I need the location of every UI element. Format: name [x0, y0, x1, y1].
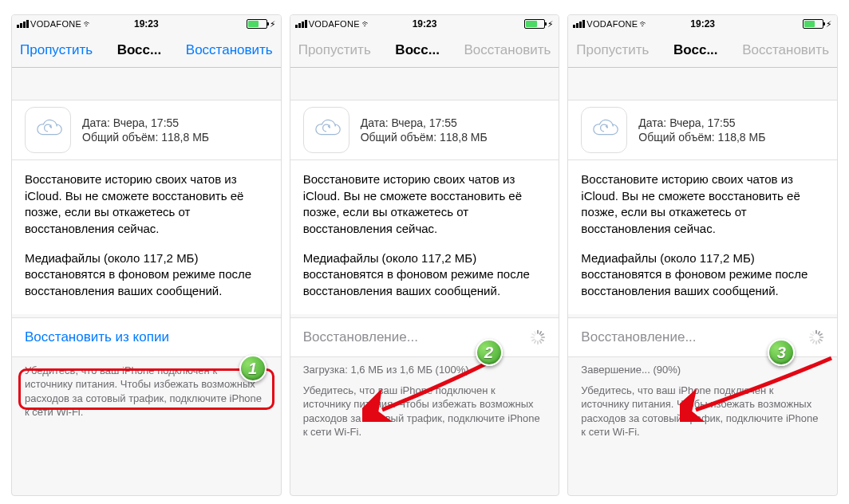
nav-bar: Пропустить Восс... Восстановить: [12, 33, 281, 68]
svg-line-10: [532, 334, 535, 336]
wifi-icon: ᯤ: [639, 18, 649, 30]
nav-title: Восс...: [93, 42, 186, 58]
signal-icon: [17, 20, 29, 28]
phone-screen-3: VODAFONE ᯤ 19:23 ⚡︎ Пропустить Восс... В…: [567, 14, 838, 496]
skip-button: Пропустить: [576, 42, 649, 58]
spinner-icon: [530, 329, 546, 345]
charging-icon: ⚡︎: [547, 19, 554, 30]
svg-line-5: [540, 341, 542, 343]
status-bar: VODAFONE ᯤ 19:23 ⚡︎: [290, 15, 559, 33]
phone-screen-2: VODAFONE ᯤ 19:23 ⚡︎ Пропустить Восс... В…: [290, 14, 560, 496]
backup-info-row: Дата: Вчера, 17:55 Общий объём: 118,8 МБ: [568, 100, 837, 160]
nav-title: Восс...: [649, 42, 742, 58]
charging-icon: ⚡︎: [826, 19, 832, 30]
svg-line-23: [813, 332, 815, 334]
description-p2: Медиафайлы (около 117,2 МБ) восстановятс…: [303, 250, 547, 300]
carrier-label: VODAFONE: [586, 19, 638, 29]
svg-line-11: [535, 332, 536, 334]
battery-icon: [247, 19, 267, 29]
battery-icon: [803, 19, 823, 29]
nav-bar: Пропустить Восс... Восстановить: [568, 33, 837, 68]
restore-button: Восстановить: [464, 42, 551, 58]
restore-button: Восстановить: [742, 42, 829, 58]
footer-note: Убедитесь, что ваш iPhone подключен к ис…: [290, 377, 559, 449]
svg-line-14: [819, 334, 822, 336]
skip-button: Пропустить: [298, 42, 371, 58]
nav-bar: Пропустить Восс... Восстановить: [290, 33, 559, 68]
svg-line-7: [535, 341, 536, 343]
skip-button[interactable]: Пропустить: [20, 42, 93, 58]
description-p1: Восстановите историю своих чатов из iClo…: [581, 171, 824, 238]
svg-line-16: [819, 339, 822, 341]
description: Восстановите историю своих чатов из iClo…: [12, 160, 281, 314]
carrier-label: VODAFONE: [309, 19, 360, 29]
wifi-icon: ᯤ: [83, 18, 93, 30]
description: Восстановите историю своих чатов из iClo…: [290, 160, 559, 314]
signal-icon: [573, 20, 585, 28]
status-bar: VODAFONE ᯤ 19:23 ⚡︎: [12, 15, 281, 33]
backup-info-row: Дата: Вчера, 17:55 Общий объём: 118,8 МБ: [12, 100, 281, 160]
backup-date: Дата: Вчера, 17:55: [82, 116, 209, 129]
restore-from-copy-button[interactable]: Восстановить из копии: [12, 317, 281, 357]
svg-line-13: [819, 332, 820, 334]
signal-icon: [295, 20, 307, 28]
restoring-row: Восстановление...: [290, 317, 559, 357]
backup-date: Дата: Вчера, 17:55: [638, 116, 765, 129]
svg-line-17: [819, 341, 820, 343]
clock: 19:23: [690, 18, 715, 30]
nav-title: Восс...: [371, 42, 464, 58]
description-p2: Медиафайлы (около 117,2 МБ) восстановятс…: [25, 250, 268, 300]
restore-button[interactable]: Восстановить: [186, 42, 273, 58]
svg-line-20: [811, 339, 813, 341]
description-p1: Восстановите историю своих чатов из iClo…: [25, 171, 268, 238]
cloud-restore-icon: [581, 107, 627, 153]
svg-line-22: [811, 334, 813, 336]
cloud-restore-icon: [25, 107, 71, 153]
clock: 19:23: [413, 18, 437, 30]
status-bar: VODAFONE ᯤ 19:23 ⚡︎: [568, 15, 837, 33]
backup-size: Общий объём: 118,8 МБ: [82, 131, 209, 144]
svg-line-19: [813, 341, 815, 343]
restoring-row: Восстановление...: [568, 317, 837, 357]
description-p1: Восстановите историю своих чатов из iClo…: [303, 171, 547, 238]
screenshot-triptych: VODAFONE ᯤ 19:23 ⚡︎ Пропустить Восс... В…: [0, 0, 849, 504]
svg-line-8: [532, 339, 535, 341]
svg-line-1: [540, 332, 542, 334]
backup-date: Дата: Вчера, 17:55: [361, 116, 488, 129]
description-p2: Медиафайлы (около 117,2 МБ) восстановятс…: [581, 250, 824, 300]
wifi-icon: ᯤ: [361, 18, 371, 30]
footer-note: Убедитесь, что ваш iPhone подключен к ис…: [568, 377, 837, 449]
charging-icon: ⚡︎: [270, 19, 276, 30]
carrier-label: VODAFONE: [30, 19, 81, 29]
clock: 19:23: [134, 18, 159, 30]
backup-size: Общий объём: 118,8 МБ: [638, 131, 765, 144]
finish-progress: Завершение... (90%): [568, 357, 837, 377]
download-progress: Загрузка: 1,6 МБ из 1,6 МБ (100%): [290, 357, 559, 377]
backup-info-row: Дата: Вчера, 17:55 Общий объём: 118,8 МБ: [290, 100, 559, 160]
callout-badge-2: 2: [476, 339, 503, 366]
callout-badge-1: 1: [239, 355, 267, 382]
description: Восстановите историю своих чатов из iClo…: [568, 160, 837, 314]
phone-screen-1: VODAFONE ᯤ 19:23 ⚡︎ Пропустить Восс... В…: [11, 14, 282, 496]
svg-line-4: [542, 339, 544, 341]
backup-size: Общий объём: 118,8 МБ: [361, 131, 488, 144]
cloud-restore-icon: [303, 107, 349, 153]
svg-line-2: [542, 334, 544, 336]
spinner-icon: [808, 329, 824, 345]
battery-icon: [524, 19, 545, 29]
